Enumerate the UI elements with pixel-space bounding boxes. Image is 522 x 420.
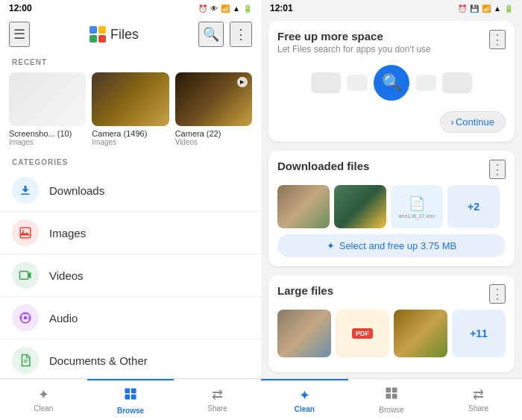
clean-icon: ✦ bbox=[38, 386, 49, 403]
svg-rect-2 bbox=[89, 35, 97, 43]
right-browse-icon bbox=[384, 386, 399, 404]
free-space-header: Free up more space Let Files search for … bbox=[277, 30, 506, 54]
category-images[interactable]: Images bbox=[0, 212, 261, 254]
right-nav-browse[interactable]: Browse bbox=[348, 379, 435, 420]
play-overlay-icon: ▶ bbox=[237, 77, 248, 87]
downloads-label: Downloads bbox=[49, 184, 104, 197]
select-free-up-label: Select and free up 3.75 MB bbox=[339, 240, 457, 251]
large-files-grid: PDF +11 bbox=[277, 310, 506, 357]
svg-rect-1 bbox=[98, 26, 106, 34]
camera1-type: Images bbox=[92, 138, 169, 146]
right-time: 12:01 bbox=[270, 3, 293, 13]
battery-icon: 🔋 bbox=[243, 4, 252, 13]
category-docs[interactable]: Documents & Other bbox=[0, 339, 261, 378]
search-circle-icon: 🔍 bbox=[374, 65, 409, 101]
svg-rect-14 bbox=[125, 394, 130, 399]
right-share-label: Share bbox=[468, 404, 488, 413]
free-space-more-button[interactable]: ⋮ bbox=[489, 30, 506, 49]
nav-clean[interactable]: ✦ Clean bbox=[0, 379, 87, 420]
search-button[interactable]: 🔍 bbox=[198, 22, 224, 47]
right-clean-label: Clean bbox=[295, 405, 315, 413]
right-nav-clean[interactable]: ✦ Clean bbox=[261, 379, 348, 420]
file-thumb-birthday[interactable] bbox=[334, 185, 386, 228]
videos-icon bbox=[12, 262, 39, 289]
wifi-icon: 📶 bbox=[221, 4, 230, 13]
large-file-outdoor[interactable] bbox=[394, 310, 447, 357]
right-alarm-icon: ⏰ bbox=[458, 4, 467, 13]
right-nav-share[interactable]: ⇄ Share bbox=[435, 379, 522, 420]
svg-rect-12 bbox=[125, 388, 130, 393]
downloads-header: Downloaded files ⋮ bbox=[277, 160, 506, 179]
recent-item-screenshot[interactable]: Screensho... (10) Images bbox=[9, 72, 86, 146]
recent-grid: Screensho... (10) Images Camera (1496) I… bbox=[0, 69, 261, 152]
docs-icon bbox=[12, 347, 39, 374]
audio-label: Audio bbox=[49, 312, 78, 325]
svg-rect-5 bbox=[20, 228, 31, 238]
right-browse-label: Browse bbox=[379, 406, 403, 414]
nav-browse[interactable]: Browse bbox=[87, 379, 174, 420]
hamburger-button[interactable]: ☰ bbox=[9, 22, 30, 47]
top-actions: 🔍 ⋮ bbox=[198, 22, 252, 47]
right-signal-icon: ▲ bbox=[494, 4, 501, 13]
category-downloads[interactable]: Downloads bbox=[0, 169, 261, 212]
large-files-more-button[interactable]: ⋮ bbox=[489, 284, 506, 304]
videos-label: Videos bbox=[49, 269, 84, 282]
svg-rect-17 bbox=[392, 387, 397, 392]
svg-rect-4 bbox=[21, 194, 30, 195]
left-bottom-nav: ✦ Clean Browse ⇄ Share bbox=[0, 378, 261, 420]
nav-share[interactable]: ⇄ Share bbox=[174, 379, 261, 420]
category-list: Downloads Images Videos bbox=[0, 169, 261, 378]
right-clean-icon: ✦ bbox=[299, 387, 310, 404]
downloads-card: Downloaded files ⋮ 📄 ann1.8t_17.xlsx +2 … bbox=[268, 151, 515, 266]
ghost-box-sm-right bbox=[415, 75, 436, 91]
right-battery-icon: 🔋 bbox=[504, 4, 513, 13]
select-free-up-button[interactable]: ✦ Select and free up 3.75 MB bbox=[277, 234, 506, 257]
continue-button[interactable]: › Continue bbox=[440, 111, 506, 133]
ghost-box-sm-left bbox=[347, 75, 368, 91]
signal-icon: ▲ bbox=[233, 4, 240, 13]
ghost-box-left bbox=[311, 72, 341, 93]
large-files-header: Large files ⋮ bbox=[277, 284, 506, 304]
left-panel: 12:00 ⏰ 👁 📶 ▲ 🔋 ☰ Files 🔍 ⋮ RECENT bbox=[0, 0, 261, 420]
large-files-more-count: +11 bbox=[470, 327, 488, 339]
downloads-file-grid: 📄 ann1.8t_17.xlsx +2 bbox=[277, 185, 506, 228]
large-files-more[interactable]: +11 bbox=[452, 310, 506, 357]
right-panel: 12:01 ⏰ 💾 📶 ▲ 🔋 Free up more space Let F… bbox=[261, 0, 522, 420]
categories-label: CATEGORIES bbox=[0, 152, 261, 169]
pdf-badge-icon: PDF bbox=[352, 328, 373, 339]
app-title: Files bbox=[110, 27, 139, 43]
right-bottom-nav: ✦ Clean Browse ⇄ Share bbox=[261, 378, 522, 420]
images-icon bbox=[12, 219, 39, 246]
camera2-name: Camera (22) bbox=[175, 129, 252, 138]
right-share-icon: ⇄ bbox=[473, 386, 484, 403]
excel-file-icon: 📄 bbox=[409, 195, 425, 212]
downloads-icon bbox=[12, 177, 39, 204]
continue-btn-area: › Continue bbox=[277, 107, 506, 133]
large-file-pdf[interactable]: PDF bbox=[336, 310, 389, 357]
more-options-button[interactable]: ⋮ bbox=[230, 22, 252, 47]
free-space-card: Free up more space Let Files search for … bbox=[268, 21, 515, 142]
large-file-room[interactable] bbox=[277, 310, 331, 357]
category-videos[interactable]: Videos bbox=[0, 254, 261, 297]
file-thumb-more[interactable]: +2 bbox=[447, 185, 500, 228]
right-wifi-icon: 📶 bbox=[482, 4, 491, 13]
file-thumb-dog[interactable] bbox=[277, 185, 330, 228]
category-audio[interactable]: Audio bbox=[0, 297, 261, 339]
recent-item-camera1[interactable]: Camera (1496) Images bbox=[92, 72, 169, 146]
downloads-title: Downloaded files bbox=[277, 160, 369, 172]
docs-label: Documents & Other bbox=[49, 354, 148, 367]
eye-icon: 👁 bbox=[210, 4, 218, 13]
screenshot-thumb bbox=[9, 72, 86, 126]
recent-item-camera2[interactable]: ▶ Camera (22) Videos bbox=[175, 72, 252, 146]
free-space-visual: 🔍 bbox=[277, 59, 506, 107]
downloads-more-button[interactable]: ⋮ bbox=[489, 160, 506, 179]
left-top-bar: ☰ Files 🔍 ⋮ bbox=[0, 16, 261, 52]
camera2-type: Videos bbox=[175, 138, 252, 146]
screenshot-type: Images bbox=[9, 138, 86, 146]
svg-point-9 bbox=[24, 316, 28, 320]
audio-icon bbox=[12, 304, 39, 331]
camera2-thumb: ▶ bbox=[175, 72, 252, 126]
more-files-count: +2 bbox=[468, 201, 479, 213]
file-thumb-excel[interactable]: 📄 ann1.8t_17.xlsx bbox=[391, 185, 443, 228]
right-status-icons: ⏰ 💾 📶 ▲ 🔋 bbox=[458, 4, 513, 13]
